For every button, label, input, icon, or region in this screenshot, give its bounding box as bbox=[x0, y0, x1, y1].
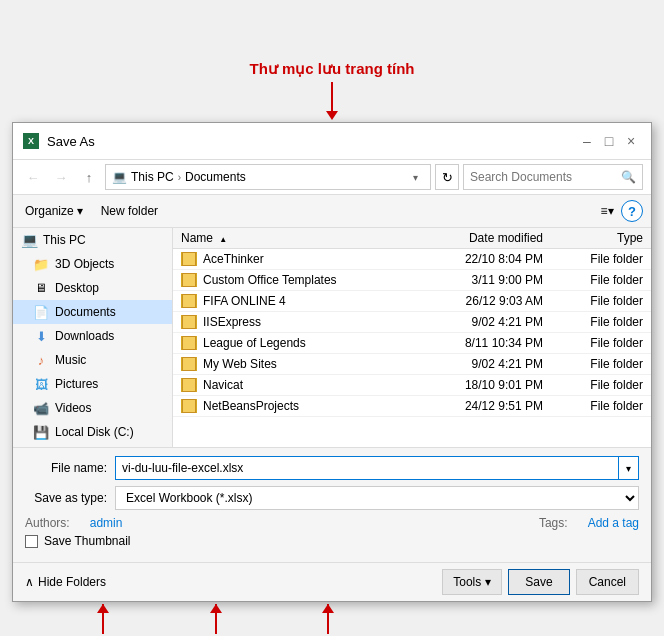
maximize-button[interactable]: □ bbox=[599, 131, 619, 151]
sidebar-item-this-pc[interactable]: 💻 This PC bbox=[13, 228, 172, 252]
folder-icon bbox=[181, 336, 197, 350]
filename-dropdown-button[interactable]: ▾ bbox=[619, 456, 639, 480]
savetype-row: Save as type: Excel Workbook (*.xlsx) bbox=[25, 486, 639, 510]
table-row[interactable]: My Web Sites 9/02 4:21 PM File folder bbox=[173, 354, 651, 375]
minimize-button[interactable]: – bbox=[577, 131, 597, 151]
organize-button[interactable]: Organize ▾ bbox=[21, 202, 87, 220]
forward-button[interactable]: → bbox=[49, 165, 73, 189]
file-list: Name ▲ Date modified Type AceThinker bbox=[173, 228, 651, 447]
file-cell-date: 9/02 4:21 PM bbox=[403, 315, 543, 329]
table-row[interactable]: League of Legends 8/11 10:34 PM File fol… bbox=[173, 333, 651, 354]
sidebar-item-local-disk[interactable]: 💾 Local Disk (C:) bbox=[13, 420, 172, 444]
folder-icon bbox=[181, 357, 197, 371]
sidebar-item-desktop[interactable]: 🖥 Desktop bbox=[13, 276, 172, 300]
annotation-top-arrow bbox=[331, 82, 333, 112]
save-button[interactable]: Save bbox=[508, 569, 569, 595]
file-list-header: Name ▲ Date modified Type bbox=[173, 228, 651, 249]
table-row[interactable]: IISExpress 9/02 4:21 PM File folder bbox=[173, 312, 651, 333]
table-row[interactable]: FIFA ONLINE 4 26/12 9:03 AM File folder bbox=[173, 291, 651, 312]
savetype-label: Save as type: bbox=[25, 491, 115, 505]
column-type[interactable]: Type bbox=[543, 231, 643, 245]
main-content: 💻 This PC 📁 3D Objects 🖥 Desktop 📄 Docum… bbox=[13, 228, 651, 448]
column-name[interactable]: Name ▲ bbox=[181, 231, 403, 245]
nav-bar: ← → ↑ 💻 This PC › Documents ▾ ↻ 🔍 bbox=[13, 160, 651, 195]
view-controls: ≡ ▾ ? bbox=[595, 199, 643, 223]
sidebar-item-videos[interactable]: 📹 Videos bbox=[13, 396, 172, 420]
file-cell-name: League of Legends bbox=[181, 336, 403, 350]
sidebar-item-3d-objects[interactable]: 📁 3D Objects bbox=[13, 252, 172, 276]
sidebar-item-downloads[interactable]: ⬇ Downloads bbox=[13, 324, 172, 348]
tools-label: Tools bbox=[453, 575, 481, 589]
tools-button[interactable]: Tools ▾ bbox=[442, 569, 502, 595]
search-icon: 🔍 bbox=[621, 170, 636, 184]
computer-icon: 💻 bbox=[21, 232, 37, 248]
hide-folders-button[interactable]: ∧ Hide Folders bbox=[25, 575, 106, 589]
thumbnail-label: Save Thumbnail bbox=[44, 534, 131, 548]
music-icon: ♪ bbox=[33, 352, 49, 368]
address-bar[interactable]: 💻 This PC › Documents ▾ bbox=[105, 164, 431, 190]
breadcrumb: This PC › Documents bbox=[131, 170, 246, 184]
sidebar-label-videos: Videos bbox=[55, 401, 91, 415]
folder-icon bbox=[181, 399, 197, 413]
table-row[interactable]: AceThinker 22/10 8:04 PM File folder bbox=[173, 249, 651, 270]
close-button[interactable]: × bbox=[621, 131, 641, 151]
file-cell-type: File folder bbox=[543, 336, 643, 350]
breadcrumb-separator: › bbox=[178, 172, 181, 183]
table-row[interactable]: NetBeansProjects 24/12 9:51 PM File fold… bbox=[173, 396, 651, 417]
new-folder-button[interactable]: New folder bbox=[97, 202, 162, 220]
hide-folders-icon: ∧ bbox=[25, 575, 34, 589]
footer: ∧ Hide Folders Tools ▾ Save Cancel bbox=[13, 562, 651, 601]
cancel-button[interactable]: Cancel bbox=[576, 569, 639, 595]
file-cell-type: File folder bbox=[543, 399, 643, 413]
view-icon: ≡ bbox=[600, 204, 607, 218]
up-button[interactable]: ↑ bbox=[77, 165, 101, 189]
file-cell-date: 3/11 9:00 PM bbox=[403, 273, 543, 287]
file-cell-name: FIFA ONLINE 4 bbox=[181, 294, 403, 308]
table-row[interactable]: Custom Office Templates 3/11 9:00 PM Fil… bbox=[173, 270, 651, 291]
table-row[interactable]: Navicat 18/10 9:01 PM File folder bbox=[173, 375, 651, 396]
folder-icon bbox=[181, 315, 197, 329]
sidebar-item-documents[interactable]: 📄 Documents bbox=[13, 300, 172, 324]
column-date[interactable]: Date modified bbox=[403, 231, 543, 245]
file-cell-type: File folder bbox=[543, 357, 643, 371]
folder-icon bbox=[181, 273, 197, 287]
savetype-select[interactable]: Excel Workbook (*.xlsx) bbox=[115, 486, 639, 510]
videos-icon: 📹 bbox=[33, 400, 49, 416]
folder-icon: 📁 bbox=[33, 256, 49, 272]
sidebar-label-music: Music bbox=[55, 353, 86, 367]
file-cell-type: File folder bbox=[543, 252, 643, 266]
tools-arrow-icon: ▾ bbox=[485, 575, 491, 589]
add-tag-link[interactable]: Add a tag bbox=[588, 516, 639, 530]
sidebar-label-desktop: Desktop bbox=[55, 281, 99, 295]
file-cell-type: File folder bbox=[543, 273, 643, 287]
sidebar-item-pictures[interactable]: 🖼 Pictures bbox=[13, 372, 172, 396]
search-input[interactable] bbox=[470, 170, 621, 184]
refresh-button[interactable]: ↻ bbox=[435, 164, 459, 190]
new-folder-label: New folder bbox=[101, 204, 158, 218]
view-arrow-icon: ▾ bbox=[608, 204, 614, 218]
file-cell-type: File folder bbox=[543, 378, 643, 392]
folder-icon bbox=[181, 294, 197, 308]
sidebar-item-music[interactable]: ♪ Music bbox=[13, 348, 172, 372]
filename-label: File name: bbox=[25, 461, 115, 475]
hide-folders-label: Hide Folders bbox=[38, 575, 106, 589]
sidebar-label-pictures: Pictures bbox=[55, 377, 98, 391]
authors-value[interactable]: admin bbox=[90, 516, 123, 530]
sort-arrow-icon: ▲ bbox=[219, 235, 227, 244]
file-cell-name: My Web Sites bbox=[181, 357, 403, 371]
search-box[interactable]: 🔍 bbox=[463, 164, 643, 190]
back-button[interactable]: ← bbox=[21, 165, 45, 189]
file-cell-name: Custom Office Templates bbox=[181, 273, 403, 287]
folder-icon bbox=[181, 378, 197, 392]
ann-arrow-kieu-file bbox=[327, 604, 329, 634]
view-button[interactable]: ≡ ▾ bbox=[595, 199, 619, 223]
title-bar: X Save As – □ × bbox=[13, 123, 651, 160]
breadcrumb-thispc: This PC bbox=[131, 170, 174, 184]
thumbnail-row: Save Thumbnail bbox=[25, 534, 639, 548]
thumbnail-checkbox[interactable] bbox=[25, 535, 38, 548]
save-as-dialog: X Save As – □ × ← → ↑ 💻 This PC › Docume… bbox=[12, 122, 652, 602]
filename-input[interactable] bbox=[115, 456, 619, 480]
meta-row: Authors: admin Tags: Add a tag bbox=[25, 516, 639, 530]
address-dropdown-button[interactable]: ▾ bbox=[406, 165, 424, 189]
help-button[interactable]: ? bbox=[621, 200, 643, 222]
